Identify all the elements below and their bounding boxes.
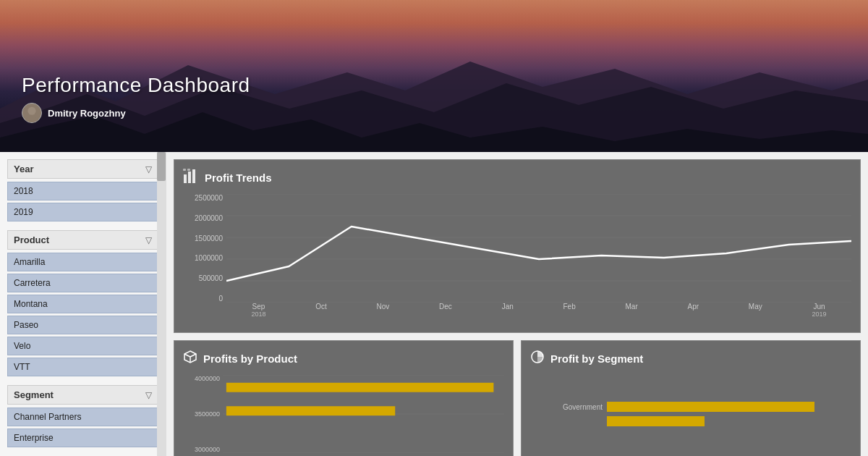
content-area: Profit Trends 2500000 2000000 1500000 10… <box>166 152 868 456</box>
y-label-4: 500000 <box>199 274 223 282</box>
main-content: Year ▽ 2018 2019 Product ▽ Amarilla Carr… <box>0 152 868 456</box>
profit-by-segment-title: Profit by Segment <box>550 352 643 365</box>
product-item-carretera[interactable]: Carretera <box>7 274 158 292</box>
svg-line-17 <box>184 354 190 357</box>
bar-chart-body: 4000000 3500000 3000000 <box>183 375 504 453</box>
segment-item-enterprise[interactable]: Enterprise <box>7 428 158 447</box>
avatar <box>22 103 42 123</box>
trend-chart-body: 2500000 2000000 1500000 1000000 500000 0 <box>183 194 851 321</box>
x-label-apr: Apr <box>688 303 699 311</box>
segment-item-channel[interactable]: Channel Partners <box>7 408 158 426</box>
header-content: Performance Dashboard Dmitry Rogozhny <box>22 74 250 123</box>
x-label-oct: Oct <box>315 303 327 311</box>
x-label-mar: Mar <box>626 303 638 311</box>
year-filter-section: Year ▽ 2018 2019 <box>7 159 158 221</box>
profits-by-product-title: Profits by Product <box>203 352 297 365</box>
bar-chart-area <box>223 375 504 453</box>
profits-by-product-title-row: Profits by Product <box>183 350 504 368</box>
box-icon <box>183 350 197 368</box>
page-title: Performance Dashboard <box>22 74 250 97</box>
segment-row-2 <box>530 416 851 426</box>
segment-row-government: Government <box>530 402 851 412</box>
y-label-0: 2500000 <box>195 194 223 202</box>
bar-y-label-1: 3500000 <box>195 410 220 418</box>
segment-bar-2 <box>607 416 705 426</box>
year-filter-icon: ▽ <box>145 164 152 174</box>
profit-trends-title-row: Profit Trends <box>183 169 851 187</box>
sidebar[interactable]: Year ▽ 2018 2019 Product ▽ Amarilla Carr… <box>0 152 166 456</box>
bar-chart-icon <box>183 169 199 187</box>
year-filter-header[interactable]: Year ▽ <box>7 159 158 179</box>
svg-rect-5 <box>184 174 187 183</box>
product-filter-header[interactable]: Product ▽ <box>7 230 158 250</box>
x-label-jan: Jan <box>502 303 514 311</box>
username: Dmitry Rogozhny <box>48 108 126 119</box>
x-label-may: May <box>749 303 762 311</box>
profits-by-product-chart: Profits by Product 4000000 3500000 30000… <box>174 340 514 456</box>
segment-filter-header[interactable]: Segment ▽ <box>7 385 158 405</box>
segment-bar-government <box>607 402 814 412</box>
year-filter-title: Year <box>14 164 33 174</box>
svg-rect-6 <box>188 172 191 183</box>
profit-trends-chart: Profit Trends 2500000 2000000 1500000 10… <box>174 159 861 333</box>
user-info: Dmitry Rogozhny <box>22 103 250 123</box>
svg-rect-9 <box>187 169 190 171</box>
y-label-2: 1500000 <box>195 235 223 242</box>
segment-filter-icon: ▽ <box>145 390 152 400</box>
x-label-sep: Sep <box>251 303 265 311</box>
svg-rect-8 <box>183 169 186 171</box>
x-label-jun: Jun <box>812 303 827 311</box>
header: Performance Dashboard Dmitry Rogozhny <box>0 0 868 152</box>
product-filter-section: Product ▽ Amarilla Carretera Montana Pas… <box>7 230 158 376</box>
y-label-1: 2000000 <box>195 214 223 222</box>
svg-point-4 <box>25 117 39 123</box>
product-item-velo[interactable]: Velo <box>7 337 158 355</box>
segment-label-government: Government <box>530 403 603 411</box>
product-item-amarilla[interactable]: Amarilla <box>7 253 158 271</box>
product-item-vtt[interactable]: VTT <box>7 358 158 376</box>
profit-trends-title: Profit Trends <box>205 172 272 184</box>
product-filter-title: Product <box>14 235 49 245</box>
segment-bar-wrap-2 <box>607 416 851 426</box>
profit-by-segment-chart: Profit by Segment Government <box>521 340 861 456</box>
sidebar-scrollbar[interactable] <box>157 152 166 456</box>
year-item-2019[interactable]: 2019 <box>7 203 158 221</box>
y-label-5: 0 <box>218 295 223 303</box>
svg-point-3 <box>27 107 35 115</box>
bar-y-label-0: 4000000 <box>195 375 220 382</box>
x-label-dec: Dec <box>439 303 452 311</box>
svg-rect-24 <box>226 406 395 415</box>
product-item-paseo[interactable]: Paseo <box>7 316 158 334</box>
sidebar-scrollbar-thumb[interactable] <box>157 152 166 181</box>
bar-y-axis: 4000000 3500000 3000000 <box>183 375 223 453</box>
bottom-charts-row: Profits by Product 4000000 3500000 30000… <box>174 340 861 456</box>
product-filter-icon: ▽ <box>145 235 152 245</box>
svg-line-18 <box>190 354 196 357</box>
segment-chart-body: Government <box>530 375 851 453</box>
segment-filter-title: Segment <box>14 389 54 400</box>
bar-y-label-2: 3000000 <box>195 446 220 453</box>
x-label-feb: Feb <box>563 303 576 311</box>
x-year-2018: 2018 <box>251 311 265 318</box>
x-label-nov: Nov <box>377 303 390 311</box>
x-year-2019: 2019 <box>812 311 827 318</box>
segment-bar-wrap-government <box>607 402 851 412</box>
pie-icon <box>530 350 545 368</box>
svg-rect-7 <box>192 169 195 183</box>
svg-rect-23 <box>226 383 494 392</box>
y-axis: 2500000 2000000 1500000 1000000 500000 0 <box>183 194 226 303</box>
segment-filter-section: Segment ▽ Channel Partners Enterprise <box>7 385 158 447</box>
year-item-2018[interactable]: 2018 <box>7 182 158 200</box>
profit-by-segment-title-row: Profit by Segment <box>530 350 851 368</box>
x-axis: Sep 2018 Oct Nov Dec Jan Feb Mar Apr May… <box>226 303 851 321</box>
product-item-montana[interactable]: Montana <box>7 295 158 313</box>
line-chart-area <box>226 194 851 303</box>
y-label-3: 1000000 <box>195 254 223 262</box>
